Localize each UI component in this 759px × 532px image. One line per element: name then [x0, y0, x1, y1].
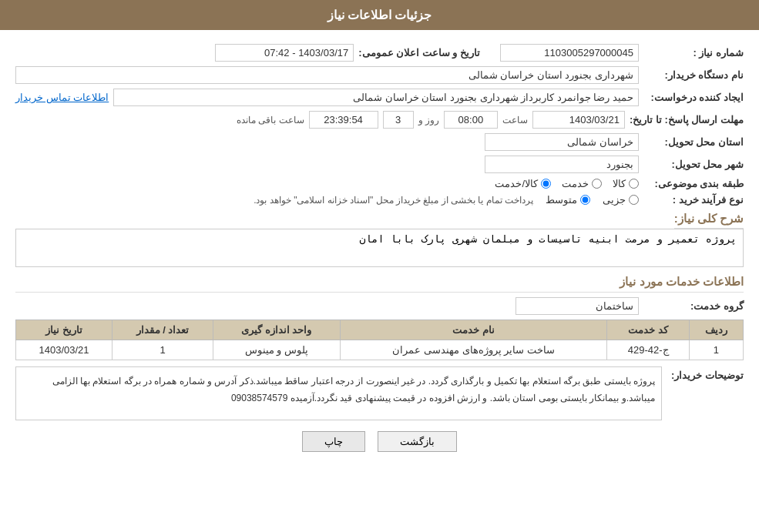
col-service-name: نام خدمت	[340, 320, 607, 340]
buyer-org-label: نام دستگاه خریدار:	[643, 69, 744, 81]
deadline-remaining: 23:39:54	[309, 111, 378, 129]
print-button[interactable]: چاپ	[302, 431, 365, 452]
announce-label: تاریخ و ساعت اعلان عمومی:	[358, 47, 480, 59]
page-title: جزئیات اطلاعات نیاز	[0, 0, 759, 30]
deadline-days: 3	[383, 111, 414, 129]
requester-value: حمید رضا جوانمرد کاربرداز شهرداری بجنورد…	[113, 89, 639, 106]
province-value: خراسان شمالی	[485, 133, 639, 151]
service-group-label: گروه خدمت:	[643, 300, 744, 312]
buyer-notes-label: توضیحات خریدار:	[667, 366, 744, 381]
services-section-title: اطلاعات خدمات مورد نیاز	[15, 275, 744, 293]
province-label: استان محل تحویل:	[643, 136, 744, 148]
process-option-partial[interactable]: جزیی	[603, 194, 639, 206]
category-option-goods[interactable]: کالا	[613, 178, 639, 189]
deadline-time: 08:00	[444, 111, 498, 129]
back-button[interactable]: بازگشت	[378, 431, 457, 452]
services-table: ردیف کد خدمت نام خدمت واحد اندازه گیری ت…	[15, 320, 744, 360]
category-label: طبقه بندی موضوعی:	[643, 178, 744, 189]
city-value: بجنورد	[485, 156, 639, 173]
category-option-service[interactable]: خدمت	[562, 178, 602, 189]
buttons-row: بازگشت چاپ	[15, 431, 744, 452]
col-quantity: تعداد / مقدار	[113, 320, 213, 340]
col-service-code: کد خدمت	[607, 320, 689, 340]
process-description: پرداخت تمام یا بخشی از مبلغ خریداز محل "…	[15, 195, 533, 206]
need-number-label: شماره نیاز :	[643, 47, 744, 59]
process-label: نوع فرآیند خرید :	[643, 194, 744, 206]
table-row: 1ج-42-429ساخت سایر پروژه‌های مهندسی عمرا…	[16, 340, 744, 360]
announce-value: 1403/03/17 - 07:42	[215, 44, 354, 62]
deadline-label: مهلت ارسال پاسخ: تا تاریخ:	[630, 114, 744, 125]
col-date: تاریخ نیاز	[16, 320, 113, 340]
buyer-notes-text: پروژه بایستی طبق برگه استعلام بها تکمیل …	[15, 366, 662, 420]
need-description-title: شرح کلی نیاز:	[674, 212, 744, 229]
deadline-day-label: روز و	[418, 115, 439, 125]
deadline-date: 1403/03/21	[532, 111, 625, 129]
category-option-both[interactable]: کالا/خدمت	[495, 178, 551, 189]
col-unit: واحد اندازه گیری	[213, 320, 340, 340]
city-label: شهر محل تحویل:	[643, 159, 744, 170]
requester-label: ایجاد کننده درخواست:	[643, 92, 744, 103]
buyer-org-value: شهرداری بجنورد استان خراسان شمالی	[15, 66, 639, 84]
requester-link[interactable]: اطلاعات تماس خریدار	[15, 92, 109, 103]
process-option-medium[interactable]: متوسط	[546, 194, 590, 206]
service-group-value: ساختمان	[516, 297, 639, 315]
need-description-text[interactable]	[15, 229, 744, 267]
category-radio-group: کالا خدمت کالا/خدمت	[495, 178, 639, 189]
need-number-value: 1103005297000045	[500, 44, 639, 62]
deadline-time-label: ساعت	[502, 115, 528, 125]
deadline-remaining-label: ساعت باقی مانده	[237, 115, 304, 125]
col-row-num: ردیف	[689, 320, 743, 340]
